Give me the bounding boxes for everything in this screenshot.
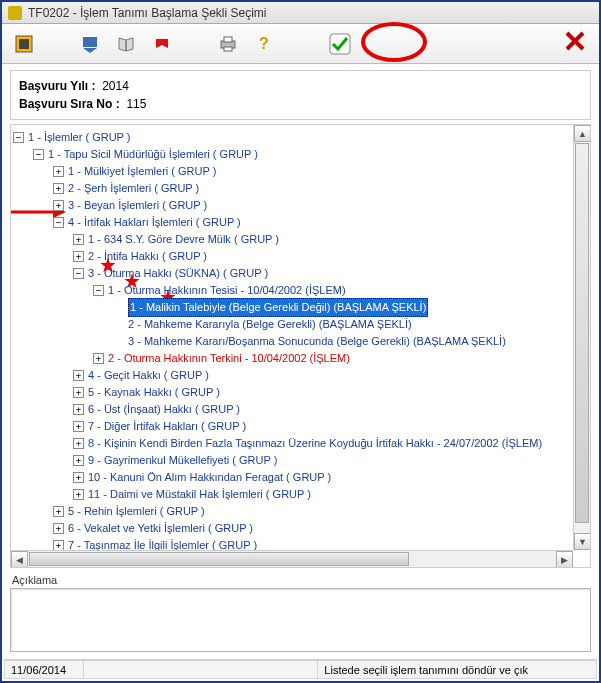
seq-label: Başvuru Sıra No : bbox=[19, 97, 120, 111]
help-button[interactable]: ? bbox=[252, 32, 276, 56]
bookmark-button[interactable] bbox=[150, 32, 174, 56]
tree-node[interactable]: 4 - Geçit Hakkı ( GRUP ) bbox=[88, 367, 209, 384]
filter-button[interactable] bbox=[78, 32, 102, 56]
seq-value: 115 bbox=[126, 97, 146, 111]
tree-node[interactable]: 3 - Oturma Hakkı (SÜKNA) ( GRUP ) bbox=[88, 265, 268, 282]
expand-icon[interactable]: + bbox=[53, 523, 64, 534]
tree-node[interactable]: 6 - Vekalet ve Yetki İşlemleri ( GRUP ) bbox=[68, 520, 253, 537]
expand-icon[interactable]: + bbox=[73, 234, 84, 245]
scroll-thumb[interactable] bbox=[29, 552, 409, 566]
tree-node[interactable]: 2 - Şerh İşlemleri ( GRUP ) bbox=[68, 180, 199, 197]
tree-node[interactable]: 1 - 634 S.Y. Göre Devre Mülk ( GRUP ) bbox=[88, 231, 279, 248]
highlight-circle-annotation bbox=[361, 22, 427, 62]
tree-node[interactable]: 5 - Rehin İşlemleri ( GRUP ) bbox=[68, 503, 205, 520]
tree-node[interactable]: 8 - Kişinin Kendi Birden Fazla Taşınmazı… bbox=[88, 435, 542, 452]
tree-node[interactable]: 1 - İşlemler ( GRUP ) bbox=[28, 129, 130, 146]
titlebar: TF0202 - İşlem Tanımı Başlama Şekli Seçi… bbox=[2, 2, 599, 24]
expand-icon[interactable]: + bbox=[73, 251, 84, 262]
expand-icon[interactable]: + bbox=[53, 183, 64, 194]
collapse-icon[interactable]: − bbox=[73, 268, 84, 279]
expand-icon[interactable]: + bbox=[53, 200, 64, 211]
tree-node[interactable]: 10 - Kanuni Ön Alım Hakkından Feragat ( … bbox=[88, 469, 331, 486]
tree-node[interactable]: 2 - Oturma Hakkının Terkini - 10/04/2002… bbox=[108, 350, 350, 367]
tree-node[interactable]: 2 - İntifa Hakkı ( GRUP ) bbox=[88, 248, 207, 265]
horizontal-scrollbar[interactable]: ◀ ▶ bbox=[11, 550, 573, 567]
close-button[interactable] bbox=[565, 31, 585, 57]
svg-rect-5 bbox=[224, 47, 232, 51]
tree-node[interactable]: 6 - Üst (İnşaat) Hakkı ( GRUP ) bbox=[88, 401, 240, 418]
tree-node[interactable]: 3 - Beyan İşlemleri ( GRUP ) bbox=[68, 197, 207, 214]
tree-container: ★ ★ ★ − 1 - İşlemler ( GRUP ) − 1 - Tapu… bbox=[10, 124, 591, 568]
svg-rect-2 bbox=[83, 37, 97, 47]
expand-icon[interactable]: + bbox=[73, 438, 84, 449]
expand-icon[interactable]: + bbox=[53, 506, 64, 517]
window-title: TF0202 - İşlem Tanımı Başlama Şekli Seçi… bbox=[28, 6, 267, 20]
confirm-button[interactable] bbox=[328, 32, 352, 56]
expand-icon[interactable]: + bbox=[53, 166, 64, 177]
svg-rect-1 bbox=[19, 39, 29, 49]
scroll-thumb[interactable] bbox=[575, 143, 589, 523]
expand-icon[interactable]: + bbox=[73, 421, 84, 432]
expand-icon[interactable]: + bbox=[73, 455, 84, 466]
tree-node[interactable]: 1 - Mülkiyet İşlemleri ( GRUP ) bbox=[68, 163, 216, 180]
collapse-icon[interactable]: − bbox=[13, 132, 24, 143]
tree-node[interactable]: 5 - Kaynak Hakkı ( GRUP ) bbox=[88, 384, 220, 401]
tree-node-selected[interactable]: 1 - Malikin Talebiyle (Belge Gerekli Değ… bbox=[128, 298, 428, 317]
tree[interactable]: − 1 - İşlemler ( GRUP ) − 1 - Tapu Sicil… bbox=[11, 125, 590, 558]
tree-node[interactable]: 3 - Mahkeme Kararı/Boşanma Sonucunda (Be… bbox=[128, 333, 506, 350]
vertical-scrollbar[interactable]: ▲ ▼ bbox=[573, 125, 590, 550]
collapse-icon[interactable]: − bbox=[93, 285, 104, 296]
help-icon: ? bbox=[259, 35, 269, 53]
status-message: Listede seçili işlem tanımını döndür ve … bbox=[317, 660, 597, 679]
collapse-icon[interactable]: − bbox=[33, 149, 44, 160]
year-value: 2014 bbox=[102, 79, 129, 93]
status-spacer bbox=[84, 660, 317, 679]
year-label: Başvuru Yılı : bbox=[19, 79, 95, 93]
tree-node[interactable]: 7 - Diğer İrtifak Hakları ( GRUP ) bbox=[88, 418, 246, 435]
print-button[interactable] bbox=[216, 32, 240, 56]
svg-rect-4 bbox=[224, 37, 232, 42]
scroll-left-icon[interactable]: ◀ bbox=[11, 551, 28, 568]
scroll-down-icon[interactable]: ▼ bbox=[574, 533, 591, 550]
tree-node[interactable]: 1 - Tapu Sicil Müdürlüğü İşlemleri ( GRU… bbox=[48, 146, 258, 163]
book-open-icon[interactable] bbox=[114, 32, 138, 56]
expand-icon[interactable]: + bbox=[73, 387, 84, 398]
scroll-right-icon[interactable]: ▶ bbox=[556, 551, 573, 568]
tree-node[interactable]: 11 - Daimi ve Müstakil Hak İşlemleri ( G… bbox=[88, 486, 311, 503]
scroll-up-icon[interactable]: ▲ bbox=[574, 125, 591, 142]
svg-rect-6 bbox=[330, 34, 350, 54]
description-textarea[interactable] bbox=[10, 588, 591, 652]
app-menu-button[interactable] bbox=[12, 32, 36, 56]
info-panel: Başvuru Yılı : 2014 Başvuru Sıra No : 11… bbox=[10, 70, 591, 120]
expand-icon[interactable]: + bbox=[73, 489, 84, 500]
description-label: Açıklama bbox=[12, 574, 589, 586]
expand-icon[interactable]: + bbox=[73, 404, 84, 415]
toolbar: ? bbox=[2, 24, 599, 64]
expand-icon[interactable]: + bbox=[73, 472, 84, 483]
app-icon bbox=[8, 6, 22, 20]
tree-node[interactable]: 2 - Mahkeme Kararıyla (Belge Gerekli) (B… bbox=[128, 316, 412, 333]
status-date: 11/06/2014 bbox=[4, 660, 84, 679]
tree-node[interactable]: 4 - İrtifak Hakları İşlemleri ( GRUP ) bbox=[68, 214, 241, 231]
collapse-icon[interactable]: − bbox=[53, 217, 64, 228]
tree-node[interactable]: 9 - Gayrimenkul Mükellefiyeti ( GRUP ) bbox=[88, 452, 277, 469]
tree-node[interactable]: 1 - Oturma Hakkının Tesisi - 10/04/2002 … bbox=[108, 282, 346, 299]
expand-icon[interactable]: + bbox=[93, 353, 104, 364]
expand-icon[interactable]: + bbox=[73, 370, 84, 381]
statusbar: 11/06/2014 Listede seçili işlem tanımını… bbox=[4, 659, 597, 679]
